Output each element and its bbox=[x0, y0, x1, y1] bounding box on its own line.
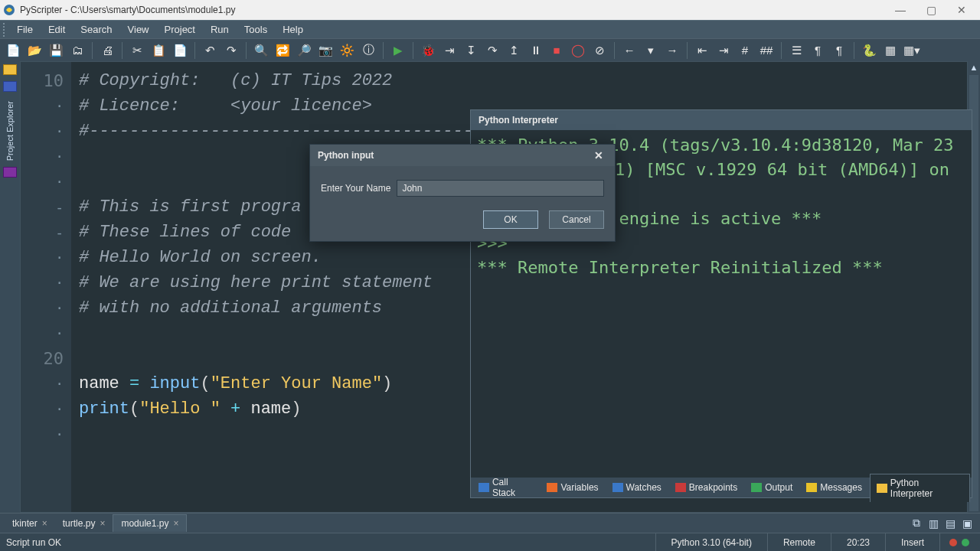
python-input-dialog: Python input ✕ Enter Your Name OK Cancel bbox=[309, 144, 616, 242]
redo-icon[interactable]: ↷ bbox=[223, 42, 240, 59]
uncomment-icon[interactable]: ## bbox=[758, 42, 775, 59]
dock-icon-1[interactable] bbox=[3, 64, 17, 75]
dialog-close-button[interactable]: ✕ bbox=[590, 149, 607, 161]
nav-back-icon[interactable]: ← bbox=[621, 42, 638, 59]
outdent-icon[interactable]: ⇥ bbox=[715, 42, 732, 59]
run-icon[interactable]: ▶ bbox=[390, 42, 407, 59]
tab-overflow-icon[interactable]: ⧉ bbox=[908, 516, 925, 531]
close-icon[interactable]: × bbox=[173, 518, 178, 529]
info-icon[interactable]: ⓘ bbox=[360, 42, 377, 59]
statusbar: Script run OK Python 3.10 (64-bit) Remot… bbox=[0, 533, 980, 551]
menu-project[interactable]: Project bbox=[157, 21, 203, 37]
menu-search[interactable]: Search bbox=[73, 21, 119, 37]
comment-icon[interactable]: # bbox=[737, 42, 753, 59]
dialog-cancel-button[interactable]: Cancel bbox=[549, 210, 604, 229]
toolbar: 📄 📂 💾 🗂 🖨 ✂ 📋 📄 ↶ ↷ 🔍 🔁 🔎 📷 🔆 ⓘ ▶ 🐞 ⇥ ↧ … bbox=[0, 38, 980, 61]
replace-icon[interactable]: 🔁 bbox=[274, 42, 291, 59]
gutter: 10 · · · · - - · · · · 20 · · · bbox=[21, 62, 71, 512]
stop-icon[interactable]: ■ bbox=[548, 42, 565, 59]
status-led-green bbox=[962, 539, 969, 546]
close-icon[interactable]: × bbox=[100, 518, 105, 529]
special-chars-icon[interactable]: ¶ bbox=[831, 42, 848, 59]
status-remote[interactable]: Remote bbox=[767, 533, 831, 551]
window-maximize-button[interactable]: ▢ bbox=[916, 1, 946, 19]
run-to-cursor-icon[interactable]: ⇥ bbox=[441, 42, 458, 59]
step-over-icon[interactable]: ↷ bbox=[484, 42, 501, 59]
paste-icon[interactable]: 📄 bbox=[172, 42, 188, 59]
window-title: PyScripter - C:\Users\smarty\Documents\m… bbox=[20, 5, 235, 15]
tab-python-interpreter[interactable]: Python Interpreter bbox=[870, 474, 970, 502]
dialog-ok-button[interactable]: OK bbox=[483, 210, 538, 229]
step-into-icon[interactable]: ↧ bbox=[462, 42, 479, 59]
menu-help[interactable]: Help bbox=[275, 21, 311, 37]
dock-icon-3[interactable] bbox=[3, 167, 17, 178]
interpreter-tabs: Call Stack Variables Watches Breakpoints… bbox=[471, 478, 972, 497]
dialog-input[interactable] bbox=[397, 180, 604, 197]
status-insert[interactable]: Insert bbox=[885, 533, 939, 551]
search-next-icon[interactable]: 🔎 bbox=[296, 42, 312, 59]
indent-icon[interactable]: ⇤ bbox=[694, 42, 710, 59]
linewrap-icon[interactable]: ☰ bbox=[788, 42, 805, 59]
menu-tools[interactable]: Tools bbox=[237, 21, 275, 37]
copy-icon[interactable]: 📋 bbox=[150, 42, 167, 59]
document-tabs: tkinter× turtle.py× module1.py× ⧉ ▥ ▤ ▣ bbox=[0, 513, 980, 533]
whitespace-icon[interactable]: ¶ bbox=[809, 42, 826, 59]
search-icon[interactable]: 🔍 bbox=[253, 42, 270, 59]
app-icon bbox=[3, 4, 15, 16]
status-led-red bbox=[949, 539, 957, 546]
tab-watches[interactable]: Watches bbox=[606, 479, 668, 496]
dialog-title: Python input bbox=[318, 150, 374, 161]
scroll-up-icon[interactable]: ▲ bbox=[970, 61, 978, 73]
layout-icon[interactable]: ▦ bbox=[882, 42, 899, 59]
menubar: File Edit Search View Project Run Tools … bbox=[0, 20, 980, 38]
pause-icon[interactable]: ⏸ bbox=[527, 42, 544, 59]
window-titlebar: PyScripter - C:\Users\smarty\Documents\m… bbox=[0, 0, 980, 20]
menu-edit[interactable]: Edit bbox=[41, 21, 73, 37]
nav-forward-icon[interactable]: → bbox=[664, 42, 681, 59]
toggle-breakpoint-icon[interactable]: ◯ bbox=[570, 42, 586, 59]
python-icon[interactable]: 🐍 bbox=[861, 42, 877, 59]
project-explorer-tab[interactable]: Project Explorer bbox=[5, 101, 15, 161]
tab-max-icon[interactable]: ▣ bbox=[959, 516, 975, 531]
save-icon[interactable]: 💾 bbox=[47, 42, 64, 59]
menubar-handle[interactable] bbox=[3, 23, 8, 37]
cut-icon[interactable]: ✂ bbox=[129, 42, 145, 59]
tab-output[interactable]: Output bbox=[745, 479, 799, 496]
tab-messages[interactable]: Messages bbox=[800, 479, 868, 496]
step-out-icon[interactable]: ↥ bbox=[505, 42, 522, 59]
status-position: 20:23 bbox=[831, 533, 885, 551]
debug-icon[interactable]: 🐞 bbox=[420, 42, 436, 59]
menu-run[interactable]: Run bbox=[203, 21, 237, 37]
new-file-icon[interactable]: 📄 bbox=[5, 42, 21, 59]
main-area: Project Explorer 10 · · · · - - · · · · … bbox=[0, 61, 980, 513]
highlight-icon[interactable]: 🔆 bbox=[338, 42, 355, 59]
status-python[interactable]: Python 3.10 (64-bit) bbox=[655, 533, 767, 551]
tab-tkinter[interactable]: tkinter× bbox=[5, 515, 55, 532]
tab-turtle[interactable]: turtle.py× bbox=[55, 515, 113, 532]
dialog-label: Enter Your Name bbox=[321, 183, 390, 194]
print-icon[interactable]: 🖨 bbox=[99, 42, 116, 59]
tab-variables[interactable]: Variables bbox=[541, 479, 604, 496]
status-message: Script run OK bbox=[6, 533, 77, 551]
tab-arrange-icon[interactable]: ▥ bbox=[925, 516, 942, 531]
find-in-files-icon[interactable]: 📷 bbox=[317, 42, 334, 59]
tab-breakpoints[interactable]: Breakpoints bbox=[669, 479, 743, 496]
interpreter-title[interactable]: Python Interpreter bbox=[471, 110, 972, 130]
layout-dropdown-icon[interactable]: ▦▾ bbox=[903, 42, 920, 59]
nav-dropdown-icon[interactable]: ▾ bbox=[642, 42, 659, 59]
tab-call-stack[interactable]: Call Stack bbox=[472, 474, 539, 501]
menu-file[interactable]: File bbox=[9, 21, 41, 37]
open-file-icon[interactable]: 📂 bbox=[26, 42, 43, 59]
dock-icon-2[interactable] bbox=[3, 81, 17, 92]
undo-icon[interactable]: ↶ bbox=[201, 42, 218, 59]
window-minimize-button[interactable]: — bbox=[885, 1, 916, 19]
tab-module1[interactable]: module1.py× bbox=[113, 514, 187, 532]
left-dock: Project Explorer bbox=[0, 61, 20, 513]
save-all-icon[interactable]: 🗂 bbox=[69, 42, 86, 59]
tab-split-icon[interactable]: ▤ bbox=[942, 516, 959, 531]
menu-view[interactable]: View bbox=[120, 21, 157, 37]
window-close-button[interactable]: ✕ bbox=[946, 1, 977, 19]
clear-breakpoints-icon[interactable]: ⊘ bbox=[591, 42, 608, 59]
close-icon[interactable]: × bbox=[42, 518, 47, 529]
